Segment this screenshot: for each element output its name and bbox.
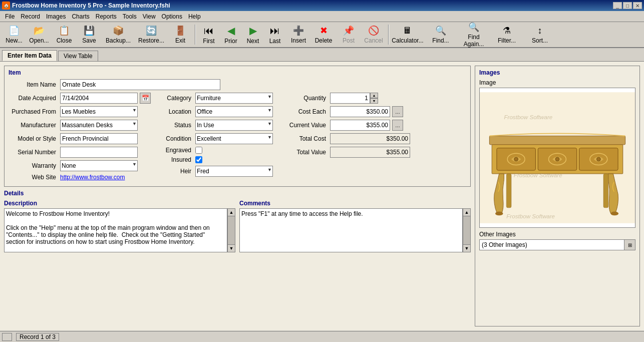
description-scroll-track[interactable] [227,216,235,244]
prior-button[interactable]: ◀ Prior [220,23,241,46]
heir-select[interactable]: Fred [195,166,273,177]
total-value-value: $355.00 [330,147,410,158]
insert-button[interactable]: ➕ Insert [286,23,310,46]
description-group: Description Welcome to Frostbow Home Inv… [4,200,235,252]
website-link[interactable]: http://www.frostbow.com [60,174,125,181]
engraved-checkbox[interactable] [195,147,202,154]
location-select[interactable]: Office [195,106,273,117]
save-button[interactable]: 💾 Save [77,23,101,46]
comments-scroll-up[interactable]: ▲ [463,208,471,216]
post-icon: 📌 [343,25,354,36]
insured-checkbox[interactable] [195,156,202,163]
svg-point-11 [596,157,600,161]
new-button[interactable]: 📄 New... [2,23,26,46]
tab-enter-item-data[interactable]: Enter Item Data [2,50,57,61]
tab-view-table[interactable]: View Table [58,51,98,61]
open-label: Open... [29,37,49,44]
quantity-up[interactable]: ▲ [370,93,378,98]
total-value-row: Total Value $355.00 [281,147,410,158]
manufacturer-select[interactable]: Massanuten Desks [60,120,138,131]
window-title: Frostbow Home Inventory 5 Pro - Sample I… [12,2,170,9]
comments-scroll-track[interactable] [463,216,471,244]
description-scroll-wrap: Welcome to Frostbow Home Inventory! Clic… [4,208,235,252]
backup-icon: 📦 [113,25,124,36]
form-left-col: Date Acquired 📅 Purchased From Les Muebl… [9,93,151,183]
close-button[interactable]: ✕ [633,2,642,9]
filter-button[interactable]: ⚗ Filter... [491,23,523,46]
menu-record[interactable]: Record [18,12,43,21]
sort-button[interactable]: ↕ Sort... [524,23,556,46]
menu-charts[interactable]: Charts [69,12,92,21]
images-section: Images Image [475,66,640,326]
menu-tools[interactable]: Tools [120,12,140,21]
purchased-from-select[interactable]: Les Muebles [60,106,138,117]
menu-reports[interactable]: Reports [93,12,120,21]
menu-options[interactable]: Options [159,12,185,21]
details-section-header: Details [4,190,471,197]
delete-button[interactable]: ✖ Delete [311,23,336,46]
date-acquired-input[interactable] [60,93,138,104]
svg-point-14 [495,212,503,216]
total-cost-row: Total Cost $350.00 [281,133,410,144]
images-section-header: Images [479,69,635,76]
other-images-field: (3 Other Images) ⊞ [479,239,635,250]
status-select[interactable]: In Use [195,120,273,131]
minimize-button[interactable]: _ [613,2,622,9]
first-label: First [203,38,214,45]
serial-number-input[interactable] [60,147,138,158]
purchased-from-wrapper: Les Muebles [60,106,138,117]
current-value-button[interactable]: … [392,120,403,131]
status-row: Status In Use [159,120,273,131]
other-images-button[interactable]: ⊞ [624,240,635,250]
description-scroll-up[interactable]: ▲ [227,208,235,216]
description-scroll-down[interactable]: ▼ [227,244,235,252]
status-bar: Record 1 of 3 [0,331,644,342]
svg-text:Frostbow Software: Frostbow Software [514,172,562,178]
details-section: Details Description Welcome to Frostbow … [4,190,471,252]
menu-help[interactable]: Help [185,12,204,21]
menu-images[interactable]: Images [43,12,69,21]
svg-point-10 [555,157,559,161]
description-label: Description [4,200,235,207]
quantity-down[interactable]: ▼ [370,98,378,104]
current-value-input[interactable] [330,120,390,131]
form-middle-col: Category Furniture Location Office [159,93,273,183]
find-again-button[interactable]: 🔍 Find Again... [458,23,490,46]
warranty-select[interactable]: None [60,160,138,171]
cost-each-input[interactable] [330,106,390,117]
calendar-button[interactable]: 📅 [140,93,151,104]
calculator-button[interactable]: 🖩 Calculator... [392,23,424,46]
find-again-label: Find Again... [458,34,489,48]
next-label: Next [247,38,259,45]
close-button-toolbar[interactable]: 📋 Close [52,23,76,46]
restore-button[interactable]: 🔄 Restore... [135,23,167,46]
comments-scroll-down[interactable]: ▼ [463,244,471,252]
model-style-input[interactable] [60,133,138,144]
menu-file[interactable]: File [2,12,18,21]
open-button[interactable]: 📂 Open... [27,23,51,46]
next-button[interactable]: ▶ Next [242,23,263,46]
backup-button[interactable]: 📦 Backup... [102,23,134,46]
cancel-button[interactable]: 🚫 Cancel [362,23,386,46]
comments-textarea[interactable]: Press "F1" at any time to access the Hel… [239,208,463,252]
description-textarea[interactable]: Welcome to Frostbow Home Inventory! Clic… [4,208,227,252]
heir-label: Heir [159,168,191,175]
exit-button[interactable]: 🚪 Exit [168,23,192,46]
item-name-input[interactable] [60,79,220,90]
first-button[interactable]: ⏮ First [198,23,219,46]
tab-bar: Enter Item Data View Table [0,48,644,62]
menu-view[interactable]: View [140,12,159,21]
svg-rect-13 [603,174,608,208]
cost-each-button[interactable]: … [392,106,403,117]
category-select[interactable]: Furniture [195,93,273,104]
find-button[interactable]: 🔍 Find... [425,23,457,46]
maximize-button[interactable]: □ [623,2,632,9]
save-label: Save [82,37,96,44]
toolbar: 📄 New... 📂 Open... 📋 Close 💾 Save 📦 Back… [0,22,644,48]
title-bar: 🏠 Frostbow Home Inventory 5 Pro - Sample… [0,0,644,11]
comments-scroll-wrap: Press "F1" at any time to access the Hel… [239,208,471,252]
quantity-input[interactable] [330,93,370,104]
condition-select[interactable]: Excellent [195,133,273,144]
last-button[interactable]: ⏭ Last [264,23,285,46]
post-button[interactable]: 📌 Post [337,23,361,46]
